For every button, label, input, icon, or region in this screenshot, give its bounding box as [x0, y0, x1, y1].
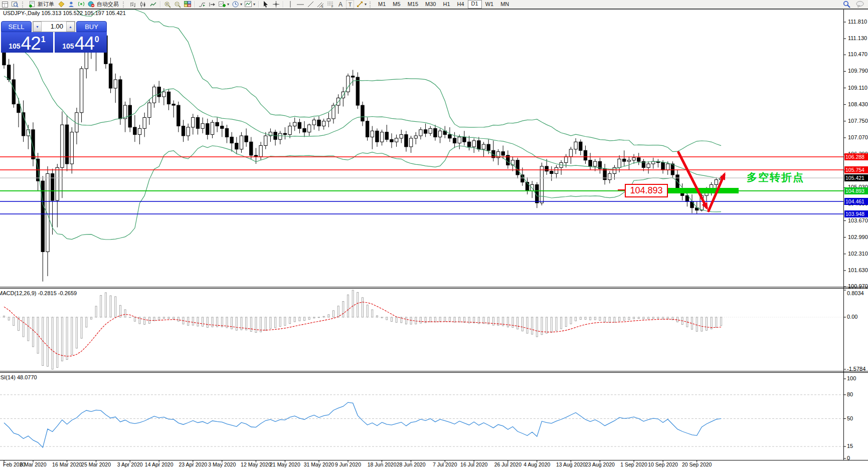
buy-price-major: 105 [62, 42, 74, 50]
new-order-button[interactable]: 新订单 [38, 1, 54, 8]
date-axis-label: 16 Jul 2020 [455, 461, 493, 467]
rsi-axis-label: 100 [847, 375, 856, 381]
templates-dropdown-icon[interactable]: ▾ [253, 2, 255, 7]
timeframe-mn[interactable]: MN [497, 1, 512, 8]
price-axis-label: 102.310 [848, 251, 868, 257]
date-axis-label: 3 May 2020 [203, 461, 241, 467]
chart-shift-icon[interactable] [208, 1, 217, 8]
bar-chart-type-icon[interactable] [128, 1, 137, 8]
support-zone-price-label[interactable]: 104.893 [625, 184, 668, 197]
sell-price-point: 1 [41, 35, 46, 44]
auto-scroll-icon[interactable] [198, 1, 207, 8]
timeframe-m1[interactable]: M1 [375, 1, 389, 8]
chart-canvas[interactable] [0, 0, 868, 469]
date-axis-label: 10 Sep 2020 [644, 461, 682, 467]
macd-axis-min-label: -1.5784 [847, 366, 865, 372]
cursor-tool-icon[interactable] [261, 1, 270, 8]
autotrading-icon[interactable] [87, 1, 96, 8]
date-axis-label: 9 Jun 2020 [329, 461, 367, 467]
price-axis-label: 102.990 [848, 234, 868, 240]
rsi-axis-label: 0 [847, 455, 850, 461]
price-axis-label: 110.470 [848, 51, 867, 57]
channel-tool-icon[interactable]: E [316, 1, 325, 8]
horizontal-line-tool-icon[interactable] [296, 1, 305, 8]
metaeditor-icon[interactable] [57, 1, 66, 8]
chat-icon[interactable] [855, 1, 864, 8]
arrows-dropdown-icon[interactable]: ▾ [365, 2, 367, 7]
timeframe-m30[interactable]: M30 [422, 1, 439, 8]
date-axis-label: 25 Mar 2020 [77, 461, 115, 467]
rsi-indicator-label: RSI(14) 48.0770 [0, 374, 37, 380]
templates-icon[interactable] [244, 1, 253, 8]
toolbar-grip [370, 2, 373, 8]
text-label-tool-icon[interactable]: T [346, 0, 354, 9]
timeframe-d1[interactable]: D1 [468, 0, 482, 9]
price-tag-104.461: 104.461 [844, 198, 868, 205]
price-axis-label: 109.790 [848, 68, 868, 74]
timeframe-w1[interactable]: W1 [482, 1, 497, 8]
signals-icon[interactable] [77, 1, 86, 8]
date-axis-label: 21 May 2020 [266, 461, 304, 467]
zoom-out-icon[interactable] [173, 1, 182, 8]
zoom-in-icon[interactable] [163, 1, 172, 8]
date-axis-label: 28 Jun 2020 [392, 461, 430, 467]
chart-title-ohlc: USDJPY-,Daily 105.313 105.522 105.197 10… [3, 10, 126, 16]
timeframe-h1[interactable]: H1 [439, 1, 453, 8]
toolbar-grip [123, 2, 126, 8]
turning-point-note[interactable]: 多空转折点 [747, 170, 804, 184]
rsi-axis-label: 50 [847, 415, 853, 421]
timeframe-m5[interactable]: M5 [389, 1, 404, 8]
price-axis-label: 107.070 [848, 134, 868, 140]
price-axis-label: 111.810 [848, 19, 867, 25]
timeframe-h4[interactable]: H4 [454, 1, 468, 8]
sell-button[interactable]: SELL [1, 21, 32, 32]
add-indicator-icon[interactable] [218, 1, 227, 8]
autotrading-button[interactable]: 自动交易 [97, 1, 119, 8]
periods-dropdown-icon[interactable]: ▾ [240, 2, 242, 7]
candlestick-type-icon[interactable] [138, 1, 147, 8]
price-tag-105.754: 105.754 [844, 166, 868, 173]
sell-price-major: 105 [9, 42, 20, 50]
main-toolbar: 新订单 自动交易 ▾ ▾ ▾ E F A T ▾ [0, 0, 868, 10]
periods-icon[interactable] [231, 1, 240, 8]
volume-input[interactable]: 1.00 [42, 22, 66, 32]
macd-indicator-label: MACD(12,26,9) -0.2815 -0.2659 [0, 290, 77, 296]
arrows-tool-icon[interactable] [355, 1, 364, 8]
timeframe-m15[interactable]: M15 [404, 1, 422, 8]
one-click-trading-panel: SELL ▼ 1.00 ▲ BUY 105421 105440 [1, 21, 107, 53]
price-tag-105.421: 105.421 [844, 174, 868, 181]
buy-price-point: 0 [95, 35, 99, 44]
toolbar-grip [22, 2, 26, 8]
price-tag-103.948: 103.948 [844, 210, 868, 217]
volume-increase-button[interactable]: ▲ [66, 22, 75, 32]
chart-preview-icon[interactable] [11, 1, 20, 8]
trendline-tool-icon[interactable] [306, 1, 315, 8]
text-tool-icon[interactable]: A [336, 1, 345, 8]
price-tag-104.893: 104.893 [844, 187, 868, 194]
fibonacci-tool-icon[interactable]: F [326, 1, 335, 8]
sell-price-display[interactable]: 105421 [1, 32, 53, 53]
vertical-line-tool-icon[interactable] [286, 1, 295, 8]
chart-window-icon[interactable] [1, 1, 10, 8]
line-chart-type-icon[interactable] [148, 1, 157, 8]
macd-axis-zero-label: 0.00 [847, 314, 857, 320]
price-axis-label: 111.130 [848, 35, 867, 41]
crosshair-tool-icon[interactable] [271, 1, 280, 8]
rsi-axis-label: 80 [847, 391, 853, 397]
community-icon[interactable] [67, 1, 76, 8]
buy-price-display[interactable]: 105440 [55, 32, 107, 53]
buy-button[interactable]: BUY [76, 21, 107, 32]
date-axis-label: 14 Apr 2020 [140, 461, 178, 467]
price-axis-label: 108.430 [848, 101, 868, 107]
sell-price-pips: 42 [21, 35, 41, 52]
volume-decrease-button[interactable]: ▼ [33, 22, 42, 32]
toolbar-separator [195, 1, 195, 8]
indicator-dropdown-icon[interactable]: ▾ [227, 2, 229, 7]
price-axis-label: 100.970 [848, 283, 868, 289]
date-axis-label: 4 Aug 2020 [518, 461, 556, 467]
svg-text:F: F [331, 5, 333, 8]
search-icon[interactable] [842, 1, 851, 8]
new-order-icon[interactable] [28, 1, 37, 8]
tile-windows-icon[interactable] [183, 1, 192, 8]
date-axis-label: 6 Mar 2020 [14, 461, 52, 467]
